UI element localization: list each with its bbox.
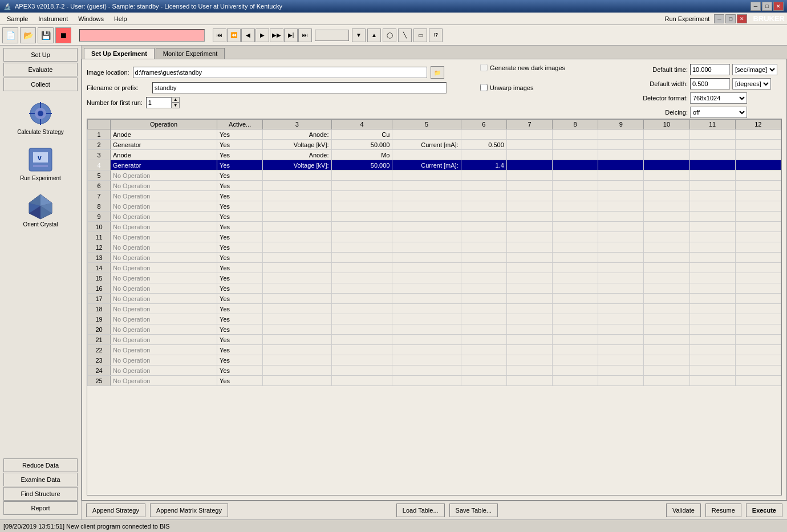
nav-first[interactable]: ⏮ <box>213 29 226 42</box>
right-options: Default time: [sec/image] Default width:… <box>636 64 777 121</box>
close-button[interactable]: ✕ <box>773 2 784 11</box>
table-row[interactable]: 12 No Operation Yes <box>88 242 781 253</box>
save-table-button[interactable]: Save Table... <box>449 503 498 517</box>
table-row[interactable]: 22 No Operation Yes <box>88 345 781 355</box>
table-row[interactable]: 18 No Operation Yes <box>88 304 781 314</box>
table-row[interactable]: 10 No Operation Yes <box>88 222 781 232</box>
number-first-run-input[interactable] <box>146 97 172 108</box>
default-time-input[interactable] <box>690 64 730 75</box>
new-button[interactable]: 📄 <box>2 27 18 43</box>
append-strategy-button[interactable]: Append Strategy <box>86 503 145 517</box>
row-col8 <box>553 273 598 283</box>
table-row[interactable]: 3 Anode Yes Anode: Mo <box>88 150 781 160</box>
toolbar-minimize-button[interactable]: ─ <box>714 14 724 23</box>
row-col10 <box>644 376 689 386</box>
sidebar-btn-collect[interactable]: Collect <box>3 78 78 91</box>
table-row[interactable]: 17 No Operation Yes <box>88 294 781 304</box>
filename-input[interactable] <box>152 82 447 94</box>
append-matrix-strategy-button[interactable]: Append Matrix Strategy <box>150 503 228 517</box>
tool-line[interactable]: ╲ <box>398 29 412 42</box>
resume-button[interactable]: Resume <box>705 503 741 517</box>
deicing-select[interactable]: off <box>690 107 747 118</box>
sidebar-btn-evaluate[interactable]: Evaluate <box>3 63 78 76</box>
row-col12 <box>735 242 781 253</box>
sidebar-btn-reduce-data[interactable]: Reduce Data <box>3 458 78 472</box>
row-col5 <box>392 345 461 355</box>
row-op: No Operation <box>111 324 217 335</box>
table-row[interactable]: 8 No Operation Yes <box>88 201 781 212</box>
table-row[interactable]: 16 No Operation Yes <box>88 283 781 294</box>
menu-windows[interactable]: Windows <box>74 13 108 25</box>
sidebar-btn-examine-data[interactable]: Examine Data <box>3 473 78 486</box>
sidebar-btn-setup[interactable]: Set Up <box>3 48 78 62</box>
row-op: Anode <box>111 129 217 140</box>
row-col4 <box>331 294 392 304</box>
row-col6 <box>461 191 506 201</box>
table-row[interactable]: 11 No Operation Yes <box>88 232 781 242</box>
detector-format-select[interactable]: 768x1024 <box>690 92 747 104</box>
nav-prev[interactable]: ◀ <box>241 29 255 42</box>
browse-button[interactable]: 📁 <box>431 66 444 79</box>
table-row[interactable]: 1 Anode Yes Anode: Cu <box>88 129 781 140</box>
table-row[interactable]: 5 No Operation Yes <box>88 170 781 181</box>
row-col5 <box>392 150 461 160</box>
table-row[interactable]: 9 No Operation Yes <box>88 212 781 222</box>
nav-play2[interactable]: ▶▶ <box>270 29 283 42</box>
row-col10 <box>644 160 689 170</box>
table-row[interactable]: 4 Generator Yes Voltage [kV]: 50.000 Cur… <box>88 160 781 170</box>
tool-circle[interactable]: ◯ <box>383 29 396 42</box>
tool-help[interactable]: ⁉ <box>429 29 443 42</box>
sidebar-btn-report[interactable]: Report <box>3 501 78 515</box>
operations-table-container[interactable]: Operation Active... 3 4 5 6 7 8 9 10 11 … <box>87 119 782 496</box>
default-width-input[interactable] <box>690 78 730 90</box>
table-row[interactable]: 23 No Operation Yes <box>88 355 781 366</box>
print-button[interactable]: ⏹ <box>55 27 71 43</box>
number-first-run-spinner[interactable]: ▲ ▼ <box>146 97 180 108</box>
unwarp-checkbox[interactable] <box>480 84 488 91</box>
table-row[interactable]: 13 No Operation Yes <box>88 253 781 263</box>
open-button[interactable]: 📂 <box>20 27 36 43</box>
table-row[interactable]: 19 No Operation Yes <box>88 314 781 324</box>
sidebar-item-orient-crystal[interactable]: Orient Crystal <box>3 189 78 230</box>
tab-monitor-experiment[interactable]: Monitor Experiment <box>156 48 225 59</box>
table-row[interactable]: 15 No Operation Yes <box>88 273 781 283</box>
table-row[interactable]: 6 No Operation Yes <box>88 181 781 191</box>
toolbar-close-button[interactable]: ✕ <box>737 14 747 23</box>
nav-up[interactable]: ▲ <box>367 29 381 42</box>
menu-help[interactable]: Help <box>109 13 132 25</box>
nav-down[interactable]: ▼ <box>352 29 366 42</box>
table-row[interactable]: 25 No Operation Yes <box>88 376 781 386</box>
table-row[interactable]: 7 No Operation Yes <box>88 191 781 201</box>
row-active: Yes <box>217 242 263 253</box>
minimize-button[interactable]: ─ <box>751 2 761 11</box>
sidebar-item-calculate-strategy[interactable]: Calculate Strategy <box>3 97 78 137</box>
table-row[interactable]: 2 Generator Yes Voltage [kV]: 50.000 Cur… <box>88 140 781 150</box>
nav-play[interactable]: ▶ <box>255 29 269 42</box>
default-width-unit-select[interactable]: [degrees] <box>732 78 771 90</box>
tool-rect[interactable]: ▭ <box>413 29 427 42</box>
spin-up[interactable]: ▲ <box>172 97 180 103</box>
table-row[interactable]: 24 No Operation Yes <box>88 366 781 376</box>
save-button[interactable]: 💾 <box>38 27 54 43</box>
table-row[interactable]: 20 No Operation Yes <box>88 324 781 335</box>
toolbar-restore-button[interactable]: □ <box>725 14 736 23</box>
sidebar-item-run-experiment[interactable]: v Run Experiment <box>3 143 78 184</box>
nav-last[interactable]: ⏭ <box>298 29 312 42</box>
table-row[interactable]: 14 No Operation Yes <box>88 263 781 273</box>
image-location-input[interactable] <box>133 67 427 78</box>
table-row[interactable]: 21 No Operation Yes <box>88 335 781 345</box>
spin-down[interactable]: ▼ <box>172 103 180 108</box>
menu-instrument[interactable]: Instrument <box>34 13 72 25</box>
nav-prev-big[interactable]: ⏪ <box>227 29 241 42</box>
execute-button[interactable]: Execute <box>746 503 782 517</box>
generate-dark-checkbox[interactable] <box>480 64 488 71</box>
load-table-button[interactable]: Load Table... <box>396 503 445 517</box>
default-time-unit-select[interactable]: [sec/image] <box>732 64 777 75</box>
sidebar-btn-find-structure[interactable]: Find Structure <box>3 487 78 501</box>
menu-sample[interactable]: Sample <box>2 13 33 25</box>
tab-setup-experiment[interactable]: Set Up Experiment <box>84 48 155 59</box>
position-slider[interactable] <box>315 30 349 41</box>
nav-next[interactable]: ▶| <box>284 29 298 42</box>
validate-button[interactable]: Validate <box>666 503 701 517</box>
restore-button[interactable]: □ <box>762 2 772 11</box>
